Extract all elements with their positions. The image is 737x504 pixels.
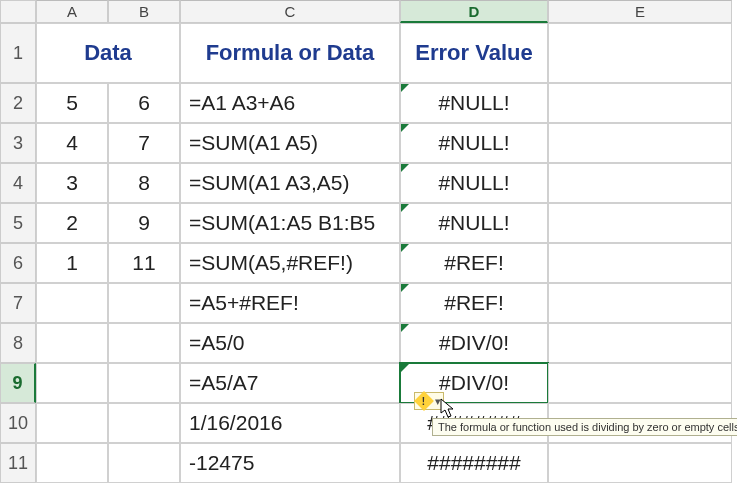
cell-b8[interactable] bbox=[108, 323, 180, 363]
col-header-d[interactable]: D bbox=[400, 0, 548, 23]
cell-a10[interactable] bbox=[36, 403, 108, 443]
cell-d5-value: #NULL! bbox=[438, 211, 509, 235]
warning-icon: ! bbox=[414, 391, 434, 411]
row-header-8[interactable]: 8 bbox=[0, 323, 36, 363]
cell-e8[interactable] bbox=[548, 323, 732, 363]
row-header-5[interactable]: 5 bbox=[0, 203, 36, 243]
row-header-4[interactable]: 4 bbox=[0, 163, 36, 203]
chevron-down-icon: ▾ bbox=[435, 395, 441, 408]
cell-b9[interactable] bbox=[108, 363, 180, 403]
warning-glyph: ! bbox=[422, 396, 425, 407]
cell-a6[interactable]: 1 bbox=[36, 243, 108, 283]
row-header-9[interactable]: 9 bbox=[0, 363, 36, 403]
cell-b6[interactable]: 11 bbox=[108, 243, 180, 283]
cell-b7[interactable] bbox=[108, 283, 180, 323]
header-formula[interactable]: Formula or Data bbox=[180, 23, 400, 83]
cell-d9-value: #DIV/0! bbox=[439, 371, 509, 395]
cell-e2[interactable] bbox=[548, 83, 732, 123]
col-header-b[interactable]: B bbox=[108, 0, 180, 23]
error-indicator-icon bbox=[401, 204, 409, 212]
col-header-e[interactable]: E bbox=[548, 0, 732, 23]
row-header-3[interactable]: 3 bbox=[0, 123, 36, 163]
cell-c10[interactable]: 1/16/2016 bbox=[180, 403, 400, 443]
cell-d6-value: #REF! bbox=[444, 251, 504, 275]
error-indicator-icon bbox=[401, 244, 409, 252]
cell-d3[interactable]: #NULL! bbox=[400, 123, 548, 163]
cell-a5[interactable]: 2 bbox=[36, 203, 108, 243]
cell-b3[interactable]: 7 bbox=[108, 123, 180, 163]
cell-d4[interactable]: #NULL! bbox=[400, 163, 548, 203]
cell-b5[interactable]: 9 bbox=[108, 203, 180, 243]
cell-d3-value: #NULL! bbox=[438, 131, 509, 155]
cell-a8[interactable] bbox=[36, 323, 108, 363]
cell-c3[interactable]: =SUM(A1 A5) bbox=[180, 123, 400, 163]
cell-e3[interactable] bbox=[548, 123, 732, 163]
cell-e6[interactable] bbox=[548, 243, 732, 283]
cell-b4[interactable]: 8 bbox=[108, 163, 180, 203]
row-header-6[interactable]: 6 bbox=[0, 243, 36, 283]
cell-d7-value: #REF! bbox=[444, 291, 504, 315]
cell-b11[interactable] bbox=[108, 443, 180, 483]
cell-c4[interactable]: =SUM(A1 A3,A5) bbox=[180, 163, 400, 203]
cell-a2[interactable]: 5 bbox=[36, 83, 108, 123]
cell-a11[interactable] bbox=[36, 443, 108, 483]
row-header-2[interactable]: 2 bbox=[0, 83, 36, 123]
error-indicator-icon bbox=[401, 324, 409, 332]
cell-d8[interactable]: #DIV/0! bbox=[400, 323, 548, 363]
cell-c2[interactable]: =A1 A3+A6 bbox=[180, 83, 400, 123]
cell-d7[interactable]: #REF! bbox=[400, 283, 548, 323]
cell-e1[interactable] bbox=[548, 23, 732, 83]
cell-d11[interactable]: ######## bbox=[400, 443, 548, 483]
error-tooltip: The formula or function used is dividing… bbox=[432, 418, 737, 436]
cell-c6[interactable]: =SUM(A5,#REF!) bbox=[180, 243, 400, 283]
cell-a3[interactable]: 4 bbox=[36, 123, 108, 163]
error-smart-tag[interactable]: ! ▾ bbox=[414, 392, 444, 410]
cell-e4[interactable] bbox=[548, 163, 732, 203]
row-header-1[interactable]: 1 bbox=[0, 23, 36, 83]
cell-c11[interactable]: -12475 bbox=[180, 443, 400, 483]
cell-a4[interactable]: 3 bbox=[36, 163, 108, 203]
select-all-corner[interactable] bbox=[0, 0, 36, 23]
cell-d5[interactable]: #NULL! bbox=[400, 203, 548, 243]
cell-d8-value: #DIV/0! bbox=[439, 331, 509, 355]
error-indicator-icon bbox=[401, 284, 409, 292]
cell-d2[interactable]: #NULL! bbox=[400, 83, 548, 123]
error-indicator-icon bbox=[401, 164, 409, 172]
cell-d2-value: #NULL! bbox=[438, 91, 509, 115]
cell-c9[interactable]: =A5/A7 bbox=[180, 363, 400, 403]
cell-a7[interactable] bbox=[36, 283, 108, 323]
cell-a9[interactable] bbox=[36, 363, 108, 403]
row-header-10[interactable]: 10 bbox=[0, 403, 36, 443]
cell-c7[interactable]: =A5+#REF! bbox=[180, 283, 400, 323]
row-header-11[interactable]: 11 bbox=[0, 443, 36, 483]
col-header-c[interactable]: C bbox=[180, 0, 400, 23]
cell-e11[interactable] bbox=[548, 443, 732, 483]
cell-c8[interactable]: =A5/0 bbox=[180, 323, 400, 363]
spreadsheet-grid: A B C D E 1 Data Formula or Data Error V… bbox=[0, 0, 737, 483]
header-data[interactable]: Data bbox=[36, 23, 180, 83]
col-header-a[interactable]: A bbox=[36, 0, 108, 23]
error-indicator-icon bbox=[401, 84, 409, 92]
cell-b2[interactable]: 6 bbox=[108, 83, 180, 123]
cell-b10[interactable] bbox=[108, 403, 180, 443]
cell-e5[interactable] bbox=[548, 203, 732, 243]
cell-e9[interactable] bbox=[548, 363, 732, 403]
header-error[interactable]: Error Value bbox=[400, 23, 548, 83]
row-header-7[interactable]: 7 bbox=[0, 283, 36, 323]
cell-e7[interactable] bbox=[548, 283, 732, 323]
error-indicator-icon bbox=[401, 364, 409, 372]
cell-d6[interactable]: #REF! bbox=[400, 243, 548, 283]
cell-d4-value: #NULL! bbox=[438, 171, 509, 195]
error-indicator-icon bbox=[401, 124, 409, 132]
cell-c5[interactable]: =SUM(A1:A5 B1:B5 bbox=[180, 203, 400, 243]
